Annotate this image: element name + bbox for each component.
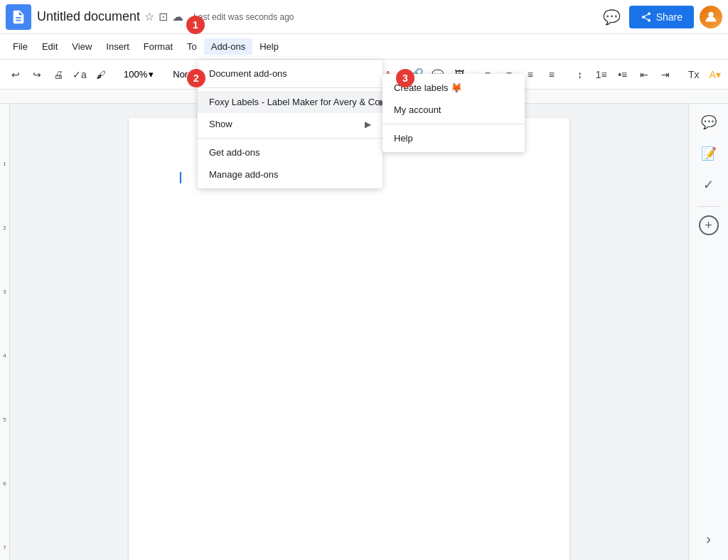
comment-button[interactable]: 💬 <box>600 6 623 28</box>
document-title[interactable]: Untitled document <box>37 9 140 24</box>
menu-file[interactable]: File <box>6 38 35 55</box>
numbered-list-button[interactable]: 1≡ <box>592 65 611 85</box>
foxy-help-label: Help <box>394 133 413 144</box>
doc-title-area: Untitled document ☆ ⊡ ☁ Last edit was se… <box>37 9 600 24</box>
foxy-help-item[interactable]: Help <box>382 127 525 149</box>
create-labels-label: Create labels 🦊 <box>394 82 462 93</box>
menu-view[interactable]: View <box>65 38 99 55</box>
get-addons-item[interactable]: Get add-ons <box>198 141 382 163</box>
foxy-submenu-menu: Create labels 🦊 My account Help <box>382 74 525 152</box>
undo-button[interactable]: ↩ <box>6 65 26 85</box>
doc-addons-label: Document add-ons <box>209 68 287 79</box>
increase-indent-button[interactable]: ⇥ <box>655 65 675 85</box>
align-justify-button[interactable]: ≡ <box>542 65 562 85</box>
create-labels-item[interactable]: Create labels 🦊 <box>382 77 525 99</box>
dropdown-separator-2 <box>198 138 382 139</box>
share-button[interactable]: Share <box>629 6 694 28</box>
user-avatar[interactable] <box>700 6 722 28</box>
left-margin-ruler: 1 2 3 4 5 6 7 <box>0 104 10 560</box>
manage-addons-item[interactable]: Manage add-ons <box>198 163 382 185</box>
foxy-separator <box>382 124 525 124</box>
print-button[interactable]: 🖨 <box>48 65 68 85</box>
last-edit-label: Last edit was seconds ago <box>193 12 294 22</box>
menu-edit[interactable]: Edit <box>35 38 65 55</box>
manage-addons-label: Manage add-ons <box>209 169 279 180</box>
sidebar-icon-tasks[interactable]: ✓ <box>696 172 722 198</box>
sidebar-expand-button[interactable]: › <box>706 531 711 554</box>
paint-format-button[interactable]: 🖌 <box>91 65 111 85</box>
redo-button[interactable]: ↪ <box>27 65 47 85</box>
svg-point-0 <box>708 11 713 16</box>
sidebar-icon-chat[interactable]: 💬 <box>696 109 722 135</box>
folder-icon[interactable]: ⊡ <box>159 10 168 23</box>
foxy-labels-item[interactable]: Foxy Labels - Label Maker for Avery & Co… <box>198 91 382 113</box>
clear-format-button[interactable]: Tx <box>684 65 704 85</box>
menu-to[interactable]: To <box>180 38 204 55</box>
menu-insert[interactable]: Insert <box>99 38 136 55</box>
dropdown-separator-1 <box>198 87 382 88</box>
my-account-item[interactable]: My account <box>382 99 525 121</box>
share-label: Share <box>656 11 682 23</box>
star-icon[interactable]: ☆ <box>144 10 154 23</box>
spell-check-button[interactable]: ✓a <box>70 65 90 85</box>
get-addons-label: Get add-ons <box>209 147 260 158</box>
menu-addons[interactable]: Add-ons <box>204 38 252 55</box>
sidebar-divider <box>697 206 720 207</box>
zoom-selector[interactable]: 100% ▾ <box>119 68 158 81</box>
drive-icon[interactable]: ☁ <box>172 10 183 23</box>
right-sidebar: 💬 📝 ✓ + › <box>688 104 728 560</box>
app-icon <box>6 4 31 30</box>
sidebar-add-button[interactable]: + <box>699 215 719 235</box>
show-item[interactable]: Show ▶ <box>198 113 382 135</box>
right-actions: 💬 Share <box>600 6 722 28</box>
addons-dropdown-menu: Document add-ons Foxy Labels - Label Mak… <box>198 60 382 188</box>
my-account-label: My account <box>394 104 441 115</box>
bulleted-list-button[interactable]: •≡ <box>613 65 633 85</box>
highlight-button[interactable]: A▾ <box>705 65 725 85</box>
title-bar: Untitled document ☆ ⊡ ☁ Last edit was se… <box>0 0 728 34</box>
zoom-dropdown-icon: ▾ <box>149 69 154 80</box>
line-spacing-button[interactable]: ↕ <box>570 65 590 85</box>
show-submenu-arrow-icon: ▶ <box>365 119 371 129</box>
zoom-value: 100% <box>124 69 147 80</box>
show-label: Show <box>209 119 232 129</box>
doc-addons-item[interactable]: Document add-ons <box>198 63 382 85</box>
menu-help[interactable]: Help <box>252 38 286 55</box>
menu-bar: File Edit View Insert Format To Add-ons … <box>0 34 728 60</box>
doc-title-row: Untitled document ☆ ⊡ ☁ Last edit was se… <box>37 9 600 24</box>
sidebar-icon-notes[interactable]: 📝 <box>696 141 722 166</box>
menu-format[interactable]: Format <box>136 38 180 55</box>
decrease-indent-button[interactable]: ⇤ <box>634 65 654 85</box>
foxy-labels-label: Foxy Labels - Label Maker for Avery & Co <box>209 97 380 107</box>
